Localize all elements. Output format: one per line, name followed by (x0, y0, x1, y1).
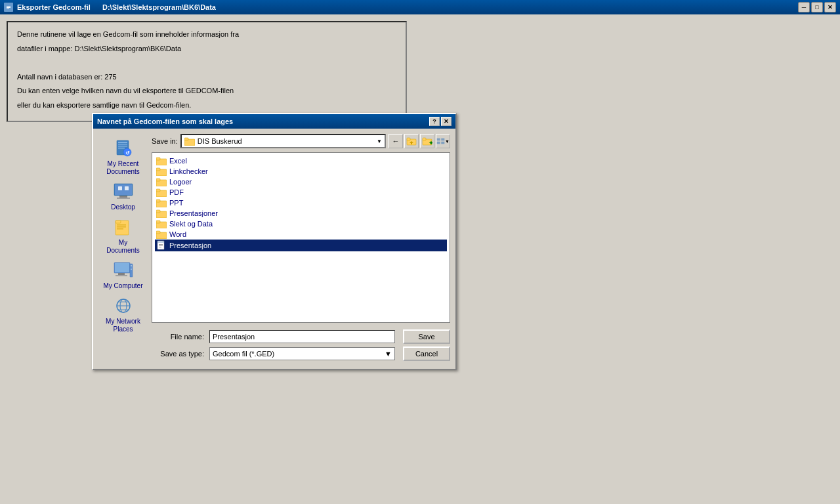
svg-rect-66 (159, 245, 163, 246)
main-titlebar: Eksporter Gedcom-fil D:\Slekt\Slektsprog… (0, 0, 840, 14)
save-in-value: DIS Buskerud (198, 137, 374, 145)
up-folder-button[interactable] (404, 134, 419, 148)
filename-form-row: File name: (152, 330, 395, 343)
minimize-button[interactable]: ─ (798, 2, 810, 12)
titlebar-left: Eksporter Gedcom-fil D:\Slekt\Slektsprog… (4, 3, 216, 12)
new-folder-button[interactable]: ✦ (420, 134, 434, 148)
dialog-help-button[interactable]: ? (429, 117, 440, 126)
svg-rect-51 (156, 178, 160, 181)
svg-rect-55 (156, 200, 160, 202)
save-dialog: Navnet på Gedcom-filen som skal lages ? … (92, 113, 457, 370)
folder-icon-excel (156, 156, 167, 165)
view-button[interactable]: ▼ (436, 134, 450, 148)
sidebar-label-desktop: Desktop (111, 203, 135, 211)
desktop-icon (113, 181, 134, 202)
folder-linkchecker-label: Linkchecker (169, 167, 208, 175)
svg-rect-3 (7, 9, 9, 9)
svg-rect-59 (156, 220, 160, 223)
folder-pdf[interactable]: PDF (155, 187, 447, 198)
svg-rect-14 (117, 198, 130, 199)
folder-icon-linkchecker (156, 167, 167, 176)
folder-icon-word (156, 230, 167, 239)
folder-presentasjoner[interactable]: Presentasjoner (155, 208, 447, 219)
folder-linkchecker[interactable]: Linkchecker (155, 166, 447, 177)
svg-rect-47 (156, 158, 160, 160)
dialog-titlebar: Navnet på Gedcom-filen som skal lages ? … (93, 114, 455, 129)
folder-icon-logoer (156, 177, 167, 186)
svg-rect-1 (7, 6, 10, 7)
close-button[interactable]: ✕ (824, 2, 836, 12)
sidebar-item-mydocs[interactable]: My Documents (100, 215, 146, 256)
maximize-button[interactable]: □ (811, 2, 823, 12)
titlebar-controls: ─ □ ✕ (798, 2, 836, 12)
dropdown-arrow: ▼ (377, 138, 382, 144)
svg-rect-18 (116, 220, 121, 223)
sidebar-label-network: My NetworkPlaces (106, 318, 140, 333)
svg-rect-67 (159, 247, 161, 247)
info-line1: Denne rutinene vil lage en Gedcom-fil so… (17, 29, 396, 41)
filetype-label: Save as type: (152, 350, 204, 358)
svg-rect-21 (117, 228, 123, 230)
info-panel: Denne rutinene vil lage en Gedcom-fil so… (7, 21, 407, 122)
filename-row: File name: Save as type: Gedcom fil (*.G… (152, 329, 450, 361)
svg-rect-16 (125, 186, 129, 190)
right-panel: Save in: DIS Buskerud ▼ ← (152, 134, 450, 364)
folder-slektogdata[interactable]: Slekt og Data (155, 219, 447, 229)
info-spacer (17, 57, 396, 69)
folder-ppt[interactable]: PPT (155, 198, 447, 208)
save-in-dropdown[interactable]: DIS Buskerud ▼ (180, 134, 386, 148)
sidebar-label-recent: My RecentDocuments (106, 160, 140, 176)
svg-rect-45 (441, 142, 444, 144)
file-presentasjon-label: Presentasjon (169, 242, 211, 249)
svg-rect-57 (156, 210, 160, 213)
info-line4: Antall navn i databasen er: 275 (17, 72, 396, 83)
folder-word[interactable]: Word (155, 229, 447, 240)
svg-rect-61 (156, 231, 160, 234)
folder-icon-presentasjoner (156, 209, 167, 218)
svg-rect-7 (118, 146, 127, 147)
svg-rect-36 (184, 138, 188, 140)
sidebar-item-recent[interactable]: ↺ My RecentDocuments (100, 136, 146, 177)
top-bar: Save in: DIS Buskerud ▼ ← (152, 134, 450, 148)
sidebar-item-mycomputer[interactable]: My Computer (100, 259, 146, 291)
save-in-label: Save in: (152, 137, 178, 145)
svg-rect-27 (131, 265, 132, 266)
sidebar-label-mydocs: My Documents (102, 239, 145, 255)
cancel-button[interactable]: Cancel (403, 346, 450, 361)
dialog-controls: ? ✕ (429, 117, 452, 126)
main-area: Denne rutinene vil lage en Gedcom-fil so… (0, 14, 840, 504)
folder-icon-slektogdata (156, 219, 167, 228)
folder-icon-ppt (156, 198, 167, 207)
svg-rect-38 (407, 138, 410, 140)
file-icon-presentasjon (156, 240, 167, 251)
titlebar-title: Eksporter Gedcom-fil (17, 3, 91, 11)
sidebar-item-desktop[interactable]: Desktop (100, 180, 146, 213)
svg-rect-43 (441, 138, 444, 141)
svg-rect-49 (156, 168, 160, 171)
back-button[interactable]: ← (388, 134, 403, 148)
svg-rect-19 (117, 224, 126, 226)
info-line6: eller du kan eksportere samtlige navn ti… (17, 100, 396, 112)
svg-rect-23 (115, 263, 129, 272)
folder-excel[interactable]: Excel (155, 156, 447, 166)
svg-rect-28 (131, 268, 132, 268)
folder-icon-pdf (156, 188, 167, 197)
svg-rect-29 (131, 269, 132, 270)
save-button[interactable]: Save (403, 329, 450, 344)
svg-rect-42 (437, 138, 440, 141)
svg-rect-65 (159, 244, 163, 245)
filename-input[interactable] (209, 330, 395, 343)
folder-logoer[interactable]: Logoer (155, 177, 447, 187)
svg-rect-25 (116, 275, 127, 276)
dialog-content: ↺ My RecentDocuments (93, 129, 455, 369)
svg-rect-40 (423, 138, 426, 140)
file-list[interactable]: Excel Linkchecker Lo (152, 152, 450, 323)
my-network-icon (113, 295, 134, 316)
dialog-close-button[interactable]: ✕ (441, 117, 452, 126)
filename-input-wrapper (209, 330, 395, 343)
file-presentasjon[interactable]: Presentasjon (155, 240, 447, 251)
filename-label: File name: (152, 333, 204, 341)
sidebar-item-network[interactable]: My NetworkPlaces (100, 294, 146, 335)
svg-text:✦: ✦ (429, 140, 432, 146)
filetype-dropdown[interactable]: Gedcom fil (*.GED) ▼ (209, 347, 395, 360)
